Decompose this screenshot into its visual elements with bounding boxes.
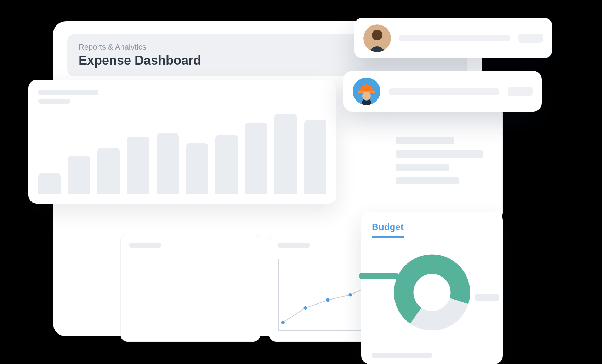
bar <box>186 143 208 194</box>
data-point <box>326 298 330 302</box>
stacked-bar-chart <box>129 262 251 332</box>
budget-footer-placeholder <box>372 353 432 358</box>
stacked-bar-card[interactable] <box>120 234 260 342</box>
avatar-worker-icon <box>353 78 380 105</box>
info-line <box>396 164 449 171</box>
donut-chart <box>391 252 473 333</box>
info-line <box>396 137 454 144</box>
bar <box>68 156 90 194</box>
user-card[interactable] <box>354 18 552 58</box>
bar <box>127 137 149 194</box>
avatar-person-icon <box>363 24 391 52</box>
data-point <box>303 306 307 310</box>
overview-bar-chart <box>38 110 326 194</box>
data-point <box>348 293 352 296</box>
bar <box>245 123 267 194</box>
card-subtitle-placeholder <box>38 99 70 104</box>
y-axis <box>278 259 279 331</box>
info-panel <box>386 106 503 220</box>
user-name-placeholder <box>399 35 510 41</box>
overview-bar-card[interactable] <box>28 80 336 204</box>
donut-label-teal <box>359 273 398 279</box>
bar <box>38 173 61 194</box>
donut-label-gray <box>475 294 499 301</box>
card-title-placeholder <box>38 90 98 95</box>
user-action-placeholder[interactable] <box>508 87 533 96</box>
user-card[interactable] <box>343 71 542 112</box>
bar <box>97 148 120 194</box>
avatar[interactable] <box>353 78 380 105</box>
donut-icon <box>391 252 473 333</box>
svg-point-6 <box>362 92 371 100</box>
bar <box>274 114 297 194</box>
bar <box>157 133 179 194</box>
info-line <box>396 150 483 158</box>
tab-budget[interactable]: Budget <box>372 222 404 238</box>
info-line <box>396 177 459 184</box>
data-point <box>281 321 285 324</box>
card-title-placeholder <box>129 243 161 248</box>
budget-card[interactable]: Budget <box>361 212 503 364</box>
bar <box>215 135 238 194</box>
bar <box>304 120 326 194</box>
card-title-placeholder <box>278 243 310 248</box>
avatar[interactable] <box>363 24 391 52</box>
user-name-placeholder <box>389 88 499 95</box>
svg-point-3 <box>372 30 382 40</box>
user-action-placeholder[interactable] <box>518 34 543 43</box>
